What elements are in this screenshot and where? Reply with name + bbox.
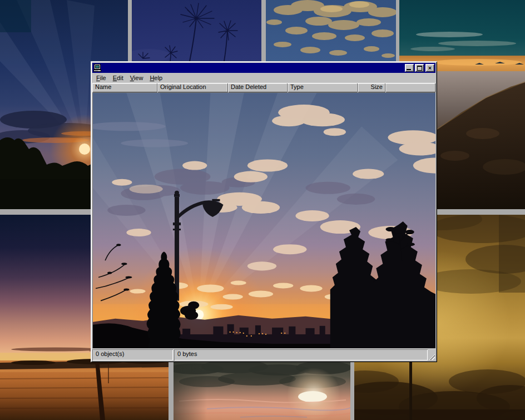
resize-grip[interactable]: [428, 349, 435, 360]
maximize-icon: [417, 66, 422, 71]
maximize-button[interactable]: [415, 64, 424, 72]
close-button[interactable]: ×: [425, 64, 434, 72]
file-list-area[interactable]: [92, 92, 435, 348]
column-header-name[interactable]: Name: [92, 83, 157, 92]
menu-help[interactable]: Help: [146, 73, 166, 82]
photo-tile-water-reflection: [174, 362, 350, 420]
column-header-date-deleted[interactable]: Date Deleted: [228, 83, 288, 92]
column-header-filler: [385, 83, 435, 92]
photo-tile-corner: [0, 0, 31, 32]
menu-file[interactable]: File: [93, 73, 110, 82]
minimize-icon: [407, 69, 411, 70]
column-header-size[interactable]: Size: [358, 83, 385, 92]
status-bar: 0 object(s) 0 bytes: [92, 349, 435, 360]
column-header-type[interactable]: Type: [288, 83, 358, 92]
menu-bar: File Edit View Help: [92, 73, 435, 83]
status-byte-count: 0 bytes: [174, 349, 428, 360]
recycle-bin-window: × File Edit View Help Name Original Loca…: [91, 61, 437, 362]
photo-tile-dried-flowers: [132, 0, 261, 61]
close-icon: ×: [428, 65, 432, 71]
sunset-lamp-photo: [93, 93, 435, 348]
window-titlebar[interactable]: ×: [92, 63, 435, 73]
menu-view[interactable]: View: [127, 73, 147, 82]
status-object-count: 0 object(s): [92, 349, 173, 360]
menu-edit[interactable]: Edit: [110, 73, 127, 82]
computer-icon: [93, 64, 101, 72]
photo-tile-cloud-sky: [266, 0, 396, 61]
column-header-original-location[interactable]: Original Location: [157, 83, 228, 92]
minimize-button[interactable]: [405, 64, 414, 72]
column-header-row: Name Original Location Date Deleted Type…: [92, 83, 435, 92]
